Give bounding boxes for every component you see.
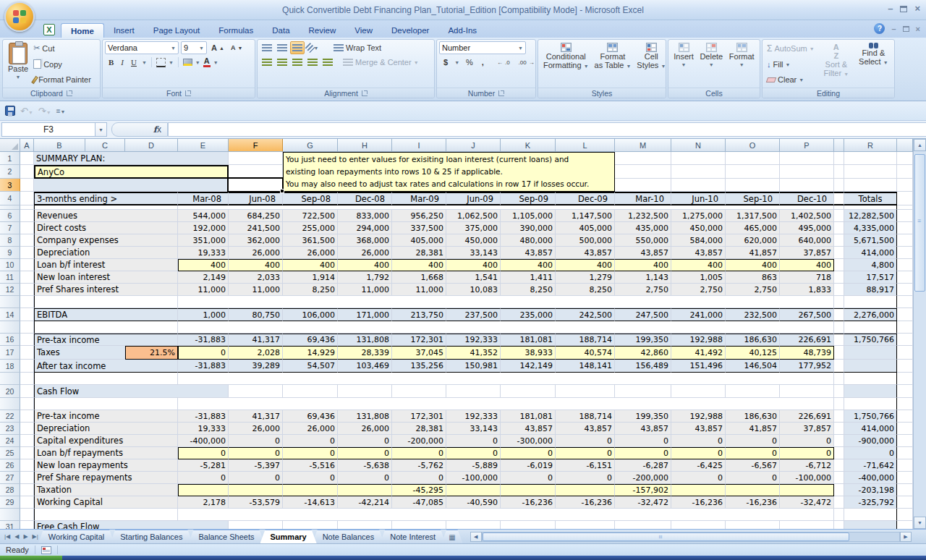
- workbook-restore-icon[interactable]: [903, 26, 909, 32]
- align-right-button[interactable]: [290, 56, 305, 69]
- cell[interactable]: [897, 472, 913, 484]
- comment-note-cell[interactable]: You just need to enter values for exisit…: [283, 152, 615, 192]
- row-header[interactable]: 14: [0, 308, 20, 321]
- cell[interactable]: 0: [671, 472, 726, 484]
- cell[interactable]: [834, 271, 844, 284]
- period-header-label-cell[interactable]: 3-months ending >: [34, 192, 178, 205]
- cell[interactable]: 718: [780, 271, 834, 284]
- cell[interactable]: 400: [501, 259, 556, 271]
- cell[interactable]: 361,500: [283, 234, 338, 247]
- cell[interactable]: -300,000: [501, 435, 556, 447]
- sheet-tab-note-balances[interactable]: Note Balances: [313, 530, 385, 543]
- cell[interactable]: [446, 385, 501, 398]
- cell[interactable]: [178, 373, 834, 385]
- cell[interactable]: -6,712: [780, 459, 834, 472]
- cell[interactable]: 0: [446, 435, 501, 447]
- cell[interactable]: [897, 447, 913, 459]
- cell[interactable]: 400: [338, 259, 392, 271]
- cell[interactable]: 500,000: [556, 234, 615, 247]
- cell[interactable]: 0: [556, 447, 615, 459]
- decrease-indent-button[interactable]: [305, 56, 320, 69]
- summary-plan-cell[interactable]: SUMMARY PLAN:: [34, 152, 229, 165]
- undo-icon[interactable]: ↶▼: [20, 106, 33, 116]
- cell[interactable]: [726, 152, 780, 165]
- cell[interactable]: [556, 484, 615, 496]
- cell[interactable]: -6,567: [726, 459, 780, 472]
- cell[interactable]: 8,250: [556, 284, 615, 296]
- cell[interactable]: 48,739: [780, 346, 834, 360]
- cell[interactable]: -6,287: [615, 459, 671, 472]
- cell[interactable]: 192,988: [671, 334, 726, 346]
- cell[interactable]: 41,492: [671, 346, 726, 360]
- cell[interactable]: [178, 484, 229, 496]
- macro-record-icon[interactable]: [41, 546, 51, 554]
- cell[interactable]: [34, 373, 178, 385]
- cell[interactable]: [20, 472, 34, 484]
- column-header[interactable]: [834, 139, 844, 152]
- cell[interactable]: [780, 484, 834, 496]
- number-dialog-launcher-icon[interactable]: [498, 90, 504, 96]
- period-cell[interactable]: Jun-10: [671, 192, 726, 205]
- office-button-icon[interactable]: [4, 1, 35, 32]
- cell[interactable]: [20, 484, 34, 496]
- cell[interactable]: 103,469: [338, 360, 392, 373]
- cell[interactable]: [834, 435, 844, 447]
- cell[interactable]: [20, 423, 34, 435]
- cell[interactable]: [20, 509, 34, 521]
- total-cell[interactable]: 1,750,766: [844, 334, 897, 346]
- cell[interactable]: [20, 271, 34, 284]
- cell[interactable]: [897, 410, 913, 423]
- cell[interactable]: 28,381: [392, 247, 446, 259]
- cell[interactable]: 0: [178, 346, 229, 360]
- cell[interactable]: [20, 222, 34, 234]
- sheet-tab-working-capital[interactable]: Working Capital: [38, 530, 114, 543]
- cell[interactable]: 400: [392, 259, 446, 271]
- cell[interactable]: [20, 360, 34, 373]
- total-cell[interactable]: [844, 360, 897, 373]
- merge-center-button[interactable]: Merge & Center▼: [341, 57, 421, 67]
- grow-font-button[interactable]: A▲: [209, 43, 226, 53]
- cell[interactable]: 42,860: [615, 346, 671, 360]
- cell[interactable]: 26,000: [283, 423, 338, 435]
- row-header[interactable]: 12: [0, 284, 20, 296]
- column-header[interactable]: N: [671, 139, 726, 152]
- selected-cell[interactable]: [227, 177, 284, 192]
- cell[interactable]: -16,236: [556, 496, 615, 509]
- cell[interactable]: [834, 284, 844, 296]
- total-cell[interactable]: 414,000: [844, 247, 897, 259]
- cell[interactable]: 41,352: [446, 346, 501, 360]
- cell[interactable]: [671, 484, 726, 496]
- cell[interactable]: 0: [283, 435, 338, 447]
- cell[interactable]: 0: [283, 472, 338, 484]
- cell[interactable]: [897, 423, 913, 435]
- ribbon-tab-formulas[interactable]: Formulas: [209, 23, 263, 38]
- ribbon-tab-home[interactable]: Home: [61, 23, 104, 38]
- cell[interactable]: 235,000: [501, 308, 556, 321]
- cell[interactable]: 0: [229, 447, 283, 459]
- cell[interactable]: [834, 484, 844, 496]
- row-label[interactable]: Loan b/f interest: [34, 259, 178, 271]
- cell[interactable]: [283, 385, 338, 398]
- cell[interactable]: 0: [338, 447, 392, 459]
- font-size-select[interactable]: 9▼: [181, 41, 207, 54]
- cell[interactable]: 0: [338, 472, 392, 484]
- font-dialog-launcher-icon[interactable]: [185, 90, 191, 96]
- cell[interactable]: 41,317: [229, 334, 283, 346]
- cell[interactable]: -6,425: [671, 459, 726, 472]
- minimize-icon[interactable]: –: [888, 4, 893, 14]
- row-label[interactable]: Taxation: [34, 484, 178, 496]
- cell[interactable]: 0: [671, 435, 726, 447]
- cell[interactable]: 400: [229, 259, 283, 271]
- cell[interactable]: 54,507: [283, 360, 338, 373]
- cell[interactable]: -5,281: [178, 459, 229, 472]
- close-icon[interactable]: ×: [914, 4, 920, 14]
- cell[interactable]: 172,301: [392, 334, 446, 346]
- cell[interactable]: 400: [446, 259, 501, 271]
- company-name-cell[interactable]: AnyCo: [34, 165, 229, 179]
- bold-button[interactable]: B: [106, 57, 116, 67]
- cell[interactable]: [834, 346, 844, 360]
- ribbon-tab-developer[interactable]: Developer: [382, 23, 438, 38]
- cell[interactable]: [615, 179, 671, 192]
- cell[interactable]: [501, 385, 556, 398]
- sheet-tab-note-interest[interactable]: Note Interest: [380, 530, 446, 543]
